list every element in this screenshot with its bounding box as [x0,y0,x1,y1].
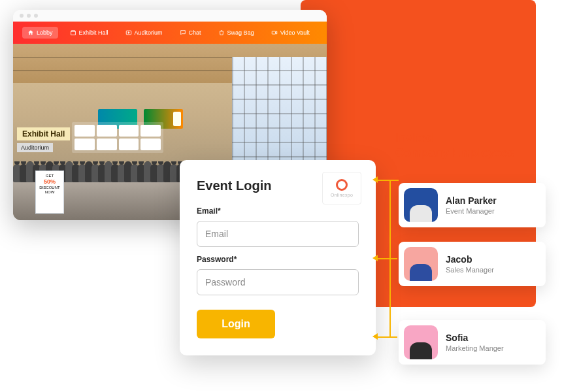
connector-line [389,180,399,181]
brand-ring-icon [336,179,348,191]
connector-line [376,180,389,181]
avatar [404,188,438,222]
connector-line [376,258,397,259]
employee-card: Alan Parker Event Manager [399,183,546,227]
window-dot [20,14,24,18]
exhibit-hall-sign: Exhibit Hall [17,127,70,140]
poster-line: DISCOUNT [37,186,62,190]
sponsor-logo [140,139,161,150]
nav-chat[interactable]: Chat [174,27,207,39]
nav-video-vault[interactable]: Video Vault [266,27,315,39]
window-dot [27,14,31,18]
store-icon [70,29,76,36]
sponsor-logo [97,125,117,137]
nav-label: Lobby [37,29,53,36]
poster-line: NOW [37,190,62,195]
employee-role: Marketing Manger [446,344,504,352]
sponsor-board [72,122,163,153]
bag-icon [218,29,225,36]
nav-label: Swag Bag [227,29,254,36]
poster-percent: 50% [37,178,62,186]
event-login-card: Onlinexpo Event Login Email* Password* L… [180,160,376,355]
employee-name: Jacob [446,254,494,265]
sponsor-logo [140,125,161,137]
svg-rect-2 [272,31,275,34]
connector-line [376,336,397,338]
login-button[interactable]: Login [197,310,275,338]
connector-arrow-icon [372,333,378,340]
window-dot [34,14,38,18]
email-field[interactable] [197,221,359,247]
discount-poster: GET 50% DISCOUNT NOW [35,171,64,214]
play-icon [125,29,132,36]
chat-icon [180,29,186,36]
sponsor-logo [74,139,95,150]
brand-logo: Onlinexpo [322,172,361,204]
avatar [404,325,438,359]
connector-arrow-icon [372,176,378,183]
home-icon [27,29,34,36]
employee-role: Event Manager [446,207,497,215]
svg-rect-0 [71,31,75,35]
poster-line: GET [37,174,62,178]
auditorium-sign: Auditorium [17,143,53,152]
nav-lobby[interactable]: Lobby [22,27,58,39]
window-titlebar [13,10,327,22]
employee-card: Jacob Sales Manager [399,242,546,286]
main-navbar: Lobby Exhibit Hall Auditorium Chat Swag … [13,22,327,44]
password-label: Password* [197,255,359,264]
email-label: Email* [197,206,359,216]
sponsor-logo [119,139,139,150]
employee-name: Sofia [446,333,504,343]
nav-label: Exhibit Hall [79,29,108,36]
nav-label: Auditorium [135,29,163,36]
password-field[interactable] [197,269,359,295]
sponsor-logo [74,125,95,137]
nav-exhibit-hall[interactable]: Exhibit Hall [65,27,114,39]
sponsor-logo [97,139,117,150]
invited-employees-heading: Invited Company Employees [395,131,539,161]
nav-label: Chat [189,29,201,36]
employee-role: Sales Manager [446,266,494,274]
brand-name: Onlinexpo [331,193,353,197]
avatar [404,247,438,281]
video-icon [271,29,278,36]
connector-arrow-icon [372,255,378,261]
employee-card: Sofia Marketing Manger [399,320,546,365]
nav-swag-bag[interactable]: Swag Bag [213,27,259,39]
employee-name: Alan Parker [446,195,497,206]
nav-auditorium[interactable]: Auditorium [120,27,168,39]
sponsor-logo [119,125,139,137]
nav-label: Video Vault [280,29,310,36]
